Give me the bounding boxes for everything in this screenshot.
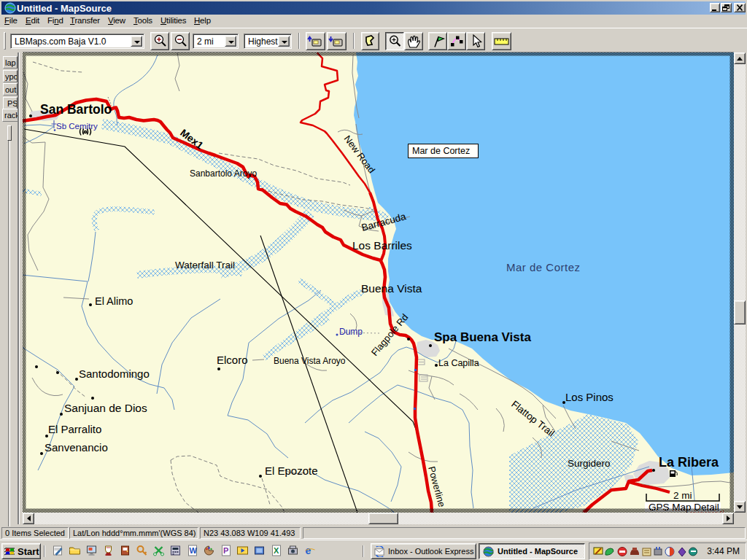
svg-text:Sanjuan de Dios: Sanjuan de Dios (64, 402, 147, 414)
svg-text:San Bartolo: San Bartolo (40, 102, 112, 117)
svg-text:Santodomingo: Santodomingo (79, 368, 150, 380)
svg-text:Buena Vista Aroyo: Buena Vista Aroyo (274, 356, 346, 366)
svg-text:Waterfall Trail: Waterfall Trail (175, 260, 235, 271)
svg-text:Surgidero: Surgidero (568, 458, 611, 469)
svg-text:Sb Cemitry: Sb Cemitry (56, 122, 98, 131)
svg-text:Mar de Cortez: Mar de Cortez (412, 146, 470, 156)
svg-text:Dump: Dump (339, 327, 363, 337)
svg-text:Elcoro: Elcoro (217, 354, 248, 366)
svg-text:El Parralito: El Parralito (48, 423, 101, 435)
svg-text:P: P (223, 546, 228, 555)
svg-text:Sanvenancio: Sanvenancio (44, 441, 108, 454)
svg-text:e: e (306, 545, 311, 556)
svg-text:2 mi: 2 mi (673, 490, 692, 501)
svg-text:La Ribera: La Ribera (659, 455, 719, 470)
svg-text:Spa Buena Vista: Spa Buena Vista (434, 330, 531, 344)
svg-text:Los Pinos: Los Pinos (565, 391, 614, 403)
svg-text:Mar de Cortez: Mar de Cortez (506, 261, 581, 273)
svg-text:Los Barriles: Los Barriles (352, 239, 412, 252)
svg-text:El Epozote: El Epozote (265, 464, 318, 477)
svg-text:Sanbartolo Aroyo: Sanbartolo Aroyo (190, 168, 257, 179)
svg-text:W: W (190, 546, 198, 555)
svg-text:La Capilla: La Capilla (438, 358, 479, 368)
svg-text:Buena Vista: Buena Vista (361, 282, 422, 295)
svg-text:El Alimo: El Alimo (95, 295, 133, 307)
svg-text:X: X (274, 546, 279, 555)
